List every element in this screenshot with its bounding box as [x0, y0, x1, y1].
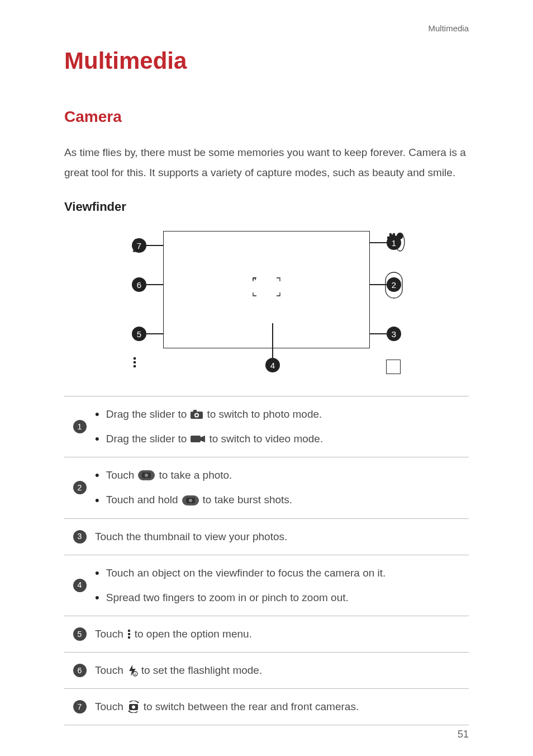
- callout-7: 7: [132, 238, 146, 253]
- callout-3: 3: [387, 327, 401, 341]
- thumbnail-preview: [386, 360, 401, 374]
- svg-rect-19: [193, 410, 197, 412]
- legend-number: 5: [73, 627, 87, 641]
- legend-number: 1: [73, 420, 87, 433]
- svg-marker-21: [201, 436, 205, 442]
- legend-text: to set the flashlight mode.: [141, 660, 263, 681]
- focus-brackets: [250, 275, 283, 301]
- svg-point-1: [392, 233, 393, 235]
- legend-text: to open the option menu.: [135, 624, 252, 644]
- subsection-heading: Viewfinder: [64, 200, 469, 214]
- menu-dots-icon: [127, 629, 131, 640]
- switch-camera-icon: [127, 701, 140, 713]
- legend-description: Touch to open the option menu.: [95, 624, 469, 644]
- legend-text: Drag the slider to: [106, 404, 187, 424]
- legend-row: 1Drag the slider to to switch to photo m…: [64, 396, 469, 457]
- svg-text:A: A: [134, 673, 136, 676]
- callout-2: 2: [387, 277, 401, 292]
- legend-text: Touch an object on the viewfinder to foc…: [106, 563, 386, 583]
- svg-point-27: [189, 499, 192, 502]
- legend-description: Touch A to set the flashlight mode.: [95, 660, 469, 681]
- legend-row: 6Touch A to set the flashlight mode.: [64, 652, 469, 688]
- legend-text: to take burst shots.: [203, 490, 293, 510]
- legend-description: Drag the slider to to switch to photo mo…: [95, 404, 469, 449]
- legend-text: Touch and hold: [106, 490, 178, 510]
- legend-text: Spread two fingers to zoom in or pinch t…: [106, 588, 349, 608]
- legend-row: 2Touch to take a photo.Touch and hold to…: [64, 457, 469, 518]
- callout-5: 5: [132, 327, 146, 341]
- svg-point-35: [132, 706, 135, 709]
- viewfinder-diagram: s A: [121, 225, 412, 382]
- svg-rect-30: [128, 636, 130, 639]
- page-number: 51: [458, 729, 469, 740]
- legend-text: to switch to photo mode.: [207, 404, 322, 424]
- page-title: Multimedia: [64, 48, 469, 74]
- legend-text: Touch: [95, 624, 123, 644]
- shutter-icon: [182, 495, 199, 506]
- header-link: Multimedia: [428, 23, 469, 33]
- svg-marker-37: [128, 710, 130, 712]
- shutter-icon: [137, 470, 155, 481]
- svg-point-24: [145, 474, 148, 477]
- legend-text: Touch: [95, 660, 123, 681]
- legend-row: 3Touch the thumbnail to view your photos…: [64, 518, 469, 555]
- legend-number: 3: [73, 530, 87, 544]
- legend-number: 7: [73, 700, 87, 714]
- callout-1: 1: [387, 235, 401, 250]
- legend-text: Touch: [95, 697, 123, 717]
- legend-table: 1Drag the slider to to switch to photo m…: [64, 396, 469, 725]
- menu-icon: [134, 357, 136, 367]
- legend-description: Touch an object on the viewfinder to foc…: [95, 563, 469, 608]
- legend-number: 6: [73, 664, 87, 677]
- intro-paragraph: As time flies by, there must be some mem…: [64, 143, 469, 183]
- legend-description: Touch to switch between the rear and fro…: [95, 697, 469, 717]
- legend-text: Touch the thumbnail to view your photos.: [95, 527, 287, 547]
- video-mode-icon: [190, 434, 206, 443]
- svg-marker-36: [137, 701, 139, 703]
- svg-rect-28: [128, 630, 130, 632]
- legend-row: 7Touch to switch between the rear and fr…: [64, 688, 469, 725]
- legend-number: 4: [73, 579, 87, 592]
- legend-description: Touch to take a photo.Touch and hold to …: [95, 465, 469, 510]
- svg-point-18: [196, 414, 198, 417]
- photo-mode-icon: [190, 409, 203, 419]
- svg-rect-20: [191, 436, 201, 442]
- legend-description: Touch the thumbnail to view your photos.: [95, 527, 469, 547]
- section-heading: Camera: [64, 108, 469, 126]
- legend-text: to take a photo.: [159, 465, 232, 485]
- callout-6: 6: [132, 277, 146, 292]
- legend-text: Touch: [106, 465, 135, 485]
- legend-number: 2: [73, 481, 87, 494]
- svg-rect-29: [128, 633, 130, 635]
- legend-text: to switch between the rear and front cam…: [144, 697, 359, 717]
- flash-icon: A: [127, 664, 138, 677]
- legend-row: 5Touch to open the option menu.: [64, 616, 469, 652]
- callout-4: 4: [265, 358, 280, 372]
- legend-row: 4Touch an object on the viewfinder to fo…: [64, 555, 469, 616]
- legend-text: Drag the slider to: [106, 429, 187, 449]
- legend-text: to switch to video mode.: [209, 429, 323, 449]
